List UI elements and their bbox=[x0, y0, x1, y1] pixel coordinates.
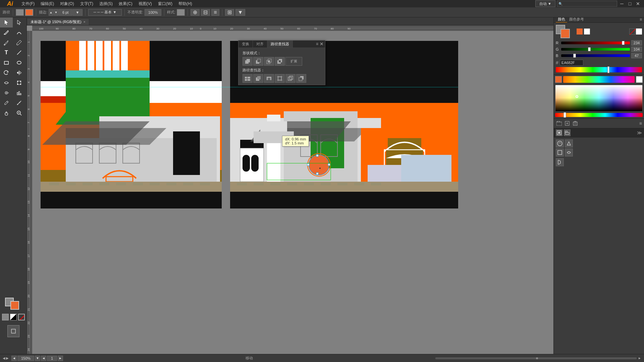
spectrum-thumb[interactable] bbox=[607, 66, 609, 73]
menu-type[interactable]: 文字(T) bbox=[77, 0, 96, 7]
page-number[interactable] bbox=[47, 356, 57, 361]
color-panel-menu[interactable]: ≡ bbox=[640, 17, 642, 22]
small-swatch-2[interactable] bbox=[584, 28, 590, 35]
direct-selection-tool[interactable] bbox=[13, 17, 25, 27]
zoom-input[interactable] bbox=[17, 356, 34, 361]
zoom-in-button[interactable]: ◄ bbox=[11, 356, 17, 361]
opacity-value[interactable]: 100% bbox=[145, 9, 161, 16]
status-end-button[interactable]: ► bbox=[638, 356, 641, 360]
g-value[interactable]: 104 bbox=[631, 47, 642, 52]
color-wheel-preview[interactable] bbox=[563, 76, 635, 83]
pf-divide-button[interactable] bbox=[243, 74, 253, 83]
no-color-indicator[interactable] bbox=[18, 314, 25, 320]
menu-object[interactable]: 对象(O) bbox=[57, 0, 76, 7]
align-tab[interactable]: 对齐 bbox=[253, 41, 267, 48]
menu-file[interactable]: 文件(F) bbox=[19, 0, 37, 7]
menu-window[interactable]: 窗口(W) bbox=[155, 0, 175, 7]
stroke-weight-value[interactable]: 6 pt bbox=[59, 9, 72, 16]
r-slider-thumb[interactable] bbox=[622, 41, 625, 45]
next-page-button[interactable]: ► bbox=[58, 356, 63, 361]
b-value[interactable]: 47 bbox=[631, 53, 642, 58]
rotate-tool[interactable] bbox=[0, 68, 13, 78]
maximize-button[interactable]: □ bbox=[627, 1, 633, 6]
new-swatch-icon[interactable] bbox=[564, 120, 571, 127]
b-slider-thumb[interactable] bbox=[573, 54, 576, 58]
more-options-button[interactable]: ≡ bbox=[211, 9, 219, 16]
artboard-navigator[interactable] bbox=[7, 325, 19, 337]
pencil-tool[interactable] bbox=[13, 38, 25, 48]
expand-button[interactable]: 扩展 bbox=[285, 57, 302, 66]
tab-close-button[interactable]: × bbox=[84, 20, 86, 24]
hex-input[interactable] bbox=[560, 60, 583, 66]
warp-tool[interactable] bbox=[0, 78, 13, 88]
brush-icon-2[interactable] bbox=[565, 139, 573, 147]
transform-button[interactable]: ⊕ bbox=[191, 9, 200, 16]
measure-tool[interactable] bbox=[13, 98, 25, 108]
panel-options-button[interactable]: ≡ bbox=[639, 121, 642, 126]
small-swatch-1[interactable] bbox=[577, 28, 583, 35]
pathfinder-tab[interactable]: 路径查找器 bbox=[267, 41, 293, 48]
nav-icon-2[interactable] bbox=[564, 129, 571, 136]
type-tool[interactable]: T bbox=[0, 48, 13, 58]
brush-icon-1[interactable] bbox=[556, 139, 564, 147]
symbol-sprayer-tool[interactable] bbox=[0, 88, 13, 98]
fill-box[interactable] bbox=[16, 9, 24, 16]
timeline-thumb[interactable] bbox=[536, 357, 538, 359]
prev-page-button[interactable]: ◄ bbox=[41, 356, 46, 361]
pf-merge-button[interactable] bbox=[264, 74, 274, 83]
hue-thumb[interactable] bbox=[564, 112, 566, 118]
transform-tab[interactable]: 变换 bbox=[238, 41, 253, 48]
swatch-folder-icon[interactable] bbox=[556, 120, 562, 127]
column-graph-tool[interactable] bbox=[13, 88, 25, 98]
menu-view[interactable]: 视图(V) bbox=[136, 0, 155, 7]
pf-outline-button[interactable] bbox=[285, 74, 296, 83]
g-slider-thumb[interactable] bbox=[588, 47, 591, 51]
panel-close-button[interactable]: ✕ bbox=[320, 41, 324, 47]
reflect-tool[interactable] bbox=[13, 68, 25, 78]
stroke-color-box[interactable] bbox=[25, 9, 33, 16]
options-button[interactable]: ▼ bbox=[235, 9, 246, 16]
menu-edit[interactable]: 编辑(E) bbox=[38, 0, 57, 7]
align-button[interactable]: ⊞ bbox=[225, 9, 234, 16]
hand-tool[interactable] bbox=[0, 108, 13, 118]
menu-help[interactable]: 帮助(H) bbox=[176, 0, 195, 7]
stroke-color-box[interactable] bbox=[560, 29, 570, 38]
ellipse-tool[interactable] bbox=[13, 58, 25, 68]
selection-tool[interactable] bbox=[0, 17, 13, 27]
color-picker-gradient[interactable] bbox=[555, 85, 643, 112]
zoom-dropdown-button[interactable]: ▼ bbox=[35, 356, 40, 361]
pf-crop-button[interactable] bbox=[275, 74, 285, 83]
shape-minus-front-button[interactable] bbox=[253, 57, 263, 66]
stroke-weight-down[interactable]: ▼ bbox=[54, 9, 58, 16]
pf-trim-button[interactable] bbox=[253, 74, 263, 83]
r-value[interactable]: 234 bbox=[631, 40, 642, 46]
shape-intersect-button[interactable] bbox=[264, 57, 274, 66]
line-tool[interactable] bbox=[13, 48, 25, 58]
document-tab[interactable]: 未标题-1* @ 150% (RGB/预览) × bbox=[27, 18, 89, 25]
stroke-weight-unit[interactable]: ▼ bbox=[72, 9, 83, 16]
rectangle-tool[interactable] bbox=[0, 58, 13, 68]
shape-exclude-button[interactable] bbox=[275, 57, 285, 66]
hue-slider[interactable] bbox=[555, 113, 643, 117]
auto-dropdown[interactable]: 自动 ▼ bbox=[535, 0, 555, 7]
status-icon-2[interactable]: ▶ bbox=[6, 356, 9, 360]
none-indicator[interactable] bbox=[2, 314, 9, 320]
stroke-swatch[interactable] bbox=[10, 301, 19, 310]
stroke-weight-up[interactable]: ▲ bbox=[49, 9, 53, 16]
stroke-style-dropdown[interactable]: ─ ─ ─ 基本 ▼ bbox=[88, 9, 122, 16]
status-icon-1[interactable]: ◀ bbox=[3, 356, 5, 360]
gradient-indicator[interactable] bbox=[10, 314, 17, 320]
curvature-tool[interactable] bbox=[13, 27, 25, 38]
brush-icon-4[interactable] bbox=[565, 148, 573, 157]
pen-tool[interactable] bbox=[0, 27, 13, 38]
close-button[interactable]: ✕ bbox=[635, 1, 641, 6]
color-icon-2[interactable] bbox=[636, 28, 642, 35]
brush-tool[interactable] bbox=[0, 38, 13, 48]
style-box[interactable] bbox=[177, 9, 185, 16]
color-spectrum[interactable] bbox=[556, 67, 642, 72]
menu-select[interactable]: 选择(S) bbox=[97, 0, 115, 7]
brush-icon-3[interactable] bbox=[556, 148, 564, 157]
shape-unite-button[interactable] bbox=[243, 57, 253, 66]
menu-effect[interactable]: 效果(C) bbox=[116, 0, 135, 7]
color-icon-1[interactable] bbox=[629, 28, 635, 35]
